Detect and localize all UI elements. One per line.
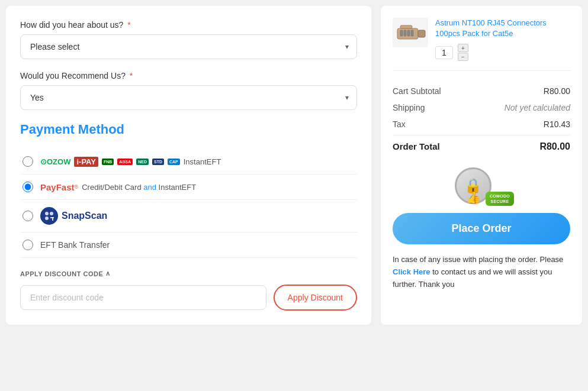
fnb-icon: FNB	[102, 159, 114, 165]
capitec-icon: CAP	[168, 159, 180, 165]
ipay-logo: i-PAY	[74, 157, 98, 167]
recommend-required-marker: *	[130, 71, 133, 80]
hear-about-select-wrapper: Please select Google Facebook Friend Oth…	[20, 34, 357, 59]
recommend-select[interactable]: Yes No Maybe	[20, 85, 357, 110]
tax-label: Tax	[393, 119, 406, 129]
svg-rect-6	[418, 30, 425, 37]
discount-section: APPLY DISCOUNT CODE ∧ Apply Discount	[20, 270, 357, 311]
svg-point-0	[45, 212, 49, 215]
quantity-increase-button[interactable]: +	[458, 44, 468, 52]
nedbank-icon: NED	[136, 159, 149, 165]
shipping-value: Not yet calculated	[505, 103, 570, 112]
instant-eft-label: InstantEFT	[184, 157, 221, 166]
std-icon: STD	[152, 159, 164, 165]
payment-method-title: Payment Method	[20, 122, 357, 137]
hear-about-label: How did you hear about us? *	[20, 20, 357, 30]
shipping-label: Shipping	[393, 103, 425, 112]
payment-snapscan-content: SnapScan	[40, 207, 107, 225]
svg-rect-9	[407, 30, 410, 36]
shipping-row: Shipping Not yet calculated	[393, 99, 570, 116]
secure-badge: 🔒 👍 COMODOSECURE	[393, 167, 570, 206]
quantity-buttons: + −	[458, 44, 468, 61]
payment-option-eft[interactable]: EFT Bank Transfer	[20, 232, 357, 258]
svg-rect-4	[52, 217, 53, 221]
help-text: In case of any issue with placing the or…	[393, 254, 570, 290]
hear-about-field-group: How did you hear about us? * Please sele…	[20, 20, 357, 59]
order-total-label: Order Total	[393, 141, 440, 152]
payment-radio-eft[interactable]	[23, 240, 33, 250]
click-here-link[interactable]: Click Here	[393, 267, 430, 276]
order-total-value: R80.00	[539, 141, 570, 152]
product-name: Astrum NT100 RJ45 Connectors 100pcs Pack…	[435, 18, 570, 39]
payment-radio-payfast[interactable]	[23, 182, 33, 192]
required-marker: *	[127, 20, 130, 30]
quantity-control: 1 + −	[435, 44, 570, 61]
payment-option-ozow[interactable]: ⊙OZOW i-PAY FNB ABSA NED STD CAP Instant…	[20, 149, 357, 175]
ozow-logo: ⊙OZOW	[40, 157, 70, 166]
right-panel: Astrum NT100 RJ45 Connectors 100pcs Pack…	[381, 6, 582, 325]
left-panel: How did you hear about us? * Please sele…	[6, 6, 371, 325]
cart-subtotal-row: Cart Subtotal R80.00	[393, 83, 570, 99]
eft-label: EFT Bank Transfer	[40, 240, 110, 250]
payment-option-snapscan[interactable]: SnapScan	[20, 200, 357, 232]
recommend-select-wrapper: Yes No Maybe ▾	[20, 85, 357, 110]
quantity-decrease-button[interactable]: −	[458, 53, 468, 61]
payment-ozow-content: ⊙OZOW i-PAY FNB ABSA NED STD CAP Instant…	[40, 157, 221, 167]
product-row: Astrum NT100 RJ45 Connectors 100pcs Pack…	[393, 18, 570, 71]
discount-chevron-icon: ∧	[105, 270, 111, 277]
svg-rect-7	[400, 30, 403, 36]
hear-about-select[interactable]: Please select Google Facebook Friend Oth…	[20, 34, 357, 59]
tax-row: Tax R10.43	[393, 116, 570, 133]
comodo-label: COMODOSECURE	[486, 192, 514, 206]
snapscan-icon	[40, 207, 58, 225]
svg-rect-8	[404, 30, 406, 36]
payment-eft-content: EFT Bank Transfer	[40, 240, 110, 250]
svg-rect-10	[411, 30, 413, 36]
discount-toggle[interactable]: APPLY DISCOUNT CODE ∧	[20, 270, 357, 277]
discount-input-row: Apply Discount	[20, 285, 357, 311]
product-info: Astrum NT100 RJ45 Connectors 100pcs Pack…	[435, 18, 570, 61]
payment-method-section: Payment Method ⊙OZOW i-PAY FNB ABSA NED …	[20, 122, 357, 258]
payment-radio-snapscan[interactable]	[23, 211, 33, 221]
product-image	[393, 18, 428, 47]
svg-point-2	[45, 216, 49, 220]
absa-icon: ABSA	[117, 159, 133, 165]
order-total-row: Order Total R80.00	[393, 135, 570, 158]
tax-value: R10.43	[544, 119, 570, 129]
place-order-button[interactable]: Place Order	[393, 213, 570, 244]
product-image-svg	[394, 20, 427, 46]
apply-discount-button[interactable]: Apply Discount	[274, 285, 357, 311]
payfast-description: Credit/Debit Card and InstantEFT	[82, 183, 196, 192]
svg-rect-11	[400, 25, 412, 28]
comodo-badge: 🔒 👍 COMODOSECURE	[455, 167, 508, 206]
recommend-field-group: Would you Recommend Us? * Yes No Maybe ▾	[20, 71, 357, 110]
svg-point-1	[50, 212, 53, 215]
cart-subtotal-value: R80.00	[544, 86, 570, 96]
recommend-label: Would you Recommend Us? *	[20, 71, 357, 80]
payment-radio-ozow[interactable]	[23, 156, 33, 167]
cart-subtotal-label: Cart Subtotal	[393, 86, 441, 96]
payment-option-payfast[interactable]: PayFast® Credit/Debit Card and InstantEF…	[20, 175, 357, 200]
snapscan-label: SnapScan	[62, 211, 107, 221]
thumbs-up-icon: 👍	[466, 190, 481, 205]
cart-summary: Cart Subtotal R80.00 Shipping Not yet ca…	[393, 83, 570, 158]
quantity-value: 1	[435, 46, 453, 59]
payfast-logo: PayFast®	[40, 182, 78, 192]
payment-payfast-content: PayFast® Credit/Debit Card and InstantEF…	[40, 182, 196, 192]
discount-code-input[interactable]	[20, 285, 266, 310]
